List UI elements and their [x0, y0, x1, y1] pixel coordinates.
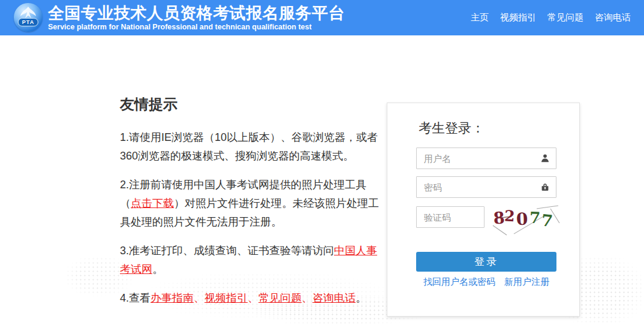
faq-link[interactable]: 常见问题 [258, 292, 302, 304]
header-nav: 主页 视频指引 常见问题 咨询电话 [471, 0, 631, 35]
new-user-register-link[interactable]: 新用户注册 [504, 276, 549, 288]
nav-faq[interactable]: 常见问题 [547, 12, 583, 23]
captcha-digit: 8 [493, 208, 505, 227]
user-icon [539, 152, 551, 164]
tip-2: 2.注册前请使用中国人事考试网提供的照片处理工具（点击下载）对照片文件进行处理。… [120, 176, 385, 231]
captcha-digit: 0 [516, 209, 528, 230]
logo-text: PTA [18, 18, 38, 26]
brand[interactable]: PTA 全国专业技术人员资格考试报名服务平台 Service platform … [14, 3, 345, 32]
title-block: 全国专业技术人员资格考试报名服务平台 Service platform for … [48, 4, 345, 31]
password-input[interactable] [416, 176, 556, 198]
tip-4-separator: 、 [194, 292, 204, 304]
tip-4: 4.查看办事指南、视频指引、常见问题、咨询电话。 [120, 289, 385, 308]
tip-4-text-post: 。 [356, 292, 366, 304]
header: PTA 全国专业技术人员资格考试报名服务平台 Service platform … [0, 0, 644, 35]
tip-1: 1.请使用IE浏览器（10以上版本）、谷歌浏览器，或者360浏览器的极速模式、搜… [120, 128, 385, 165]
tip-4-separator: 、 [302, 292, 312, 304]
captcha-field [416, 206, 484, 228]
username-input[interactable] [416, 148, 556, 169]
tip-4-text-pre: 4.查看 [120, 292, 151, 304]
tips-heading: 友情提示 [120, 95, 385, 114]
tip-3-text-pre: 3.准考证打印、成绩查询、证书查验等请访问 [120, 245, 334, 257]
tip-4-separator: 、 [248, 292, 258, 304]
username-field [416, 148, 556, 169]
captcha-image[interactable]: 8 2 0 7 7 [491, 203, 561, 236]
nav-home[interactable]: 主页 [471, 12, 489, 23]
captcha-digit: 2 [504, 207, 515, 225]
captcha-input[interactable] [416, 206, 484, 228]
password-field [416, 176, 556, 198]
tip-3-text-post: 。 [152, 263, 163, 275]
forgot-credentials-link[interactable]: 找回用户名或密码 [423, 276, 495, 288]
captcha-digit: 7 [529, 209, 541, 227]
service-guide-link[interactable]: 办事指南 [151, 292, 194, 304]
phone-link[interactable]: 咨询电话 [312, 292, 356, 304]
login-panel: 考生登录： 8 2 [387, 103, 580, 317]
photo-tool-download-link[interactable]: 点击下载 [131, 197, 174, 209]
page: PTA 全国专业技术人员资格考试报名服务平台 Service platform … [0, 0, 644, 325]
pta-logo-icon: PTA [14, 3, 43, 32]
site-subtitle: Service platform for National Profession… [48, 23, 345, 31]
lock-icon [539, 181, 551, 193]
tips-section: 友情提示 1.请使用IE浏览器（10以上版本）、谷歌浏览器，或者360浏览器的极… [120, 95, 385, 318]
site-title: 全国专业技术人员资格考试报名服务平台 [48, 4, 345, 22]
tip-3: 3.准考证打印、成绩查询、证书查验等请访问中国人事考试网。 [120, 242, 385, 279]
login-button[interactable]: 登录 [416, 252, 556, 272]
nav-phone[interactable]: 咨询电话 [595, 12, 631, 23]
nav-video-guide[interactable]: 视频指引 [500, 12, 536, 23]
video-guide-link[interactable]: 视频指引 [204, 292, 248, 304]
captcha-digit: 7 [540, 210, 553, 230]
login-heading: 考生登录： [419, 119, 484, 137]
tip-1-text: 1.请使用IE浏览器（10以上版本）、谷歌浏览器，或者360浏览器的极速模式、搜… [120, 131, 378, 162]
